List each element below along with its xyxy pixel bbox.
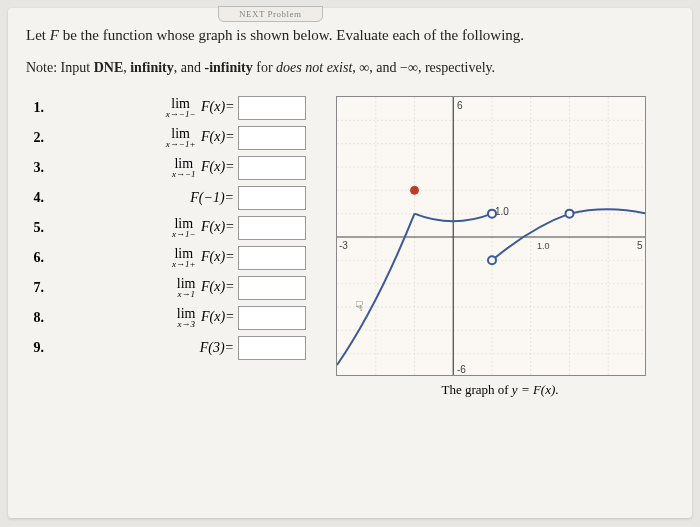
- answer-input-3[interactable]: [238, 156, 306, 180]
- problem-card: NEXT Problem Let F be the function whose…: [8, 8, 692, 518]
- intro-text: Let F be the function whose graph is sho…: [26, 24, 674, 47]
- problem-9: 9. F(3)=: [26, 336, 306, 360]
- graph-box: 6 1.0 -6 -3 1.0 5 ☟: [336, 96, 646, 376]
- problem-expression: limx→1− F(x)=: [50, 217, 238, 239]
- problem-number: 2.: [26, 130, 50, 146]
- problem-number: 4.: [26, 190, 50, 206]
- answer-input-7[interactable]: [238, 276, 306, 300]
- svg-point-21: [411, 186, 419, 194]
- svg-point-19: [488, 256, 496, 264]
- problem-expression: limx→3 F(x)=: [50, 307, 238, 329]
- problem-number: 7.: [26, 280, 50, 296]
- problem-1: 1. limx→−1− F(x)=: [26, 96, 306, 120]
- problem-expression: limx→−1 F(x)=: [50, 157, 238, 179]
- problem-expression: limx→−1− F(x)=: [50, 97, 238, 119]
- problem-expression: F(−1)=: [50, 190, 238, 206]
- answer-input-2[interactable]: [238, 126, 306, 150]
- answer-input-6[interactable]: [238, 246, 306, 270]
- answer-input-8[interactable]: [238, 306, 306, 330]
- problem-7: 7. limx→1 F(x)=: [26, 276, 306, 300]
- answer-input-5[interactable]: [238, 216, 306, 240]
- problem-2: 2. limx→−1+ F(x)=: [26, 126, 306, 150]
- problem-3: 3. limx→−1 F(x)=: [26, 156, 306, 180]
- answer-input-9[interactable]: [238, 336, 306, 360]
- cursor-icon: ☟: [355, 298, 364, 315]
- problem-number: 9.: [26, 340, 50, 356]
- problem-list: 1. limx→−1− F(x)= 2. limx→−1+ F(x)= 3. l…: [26, 96, 306, 398]
- svg-point-20: [566, 209, 574, 217]
- graph-caption: The graph of y = F(x).: [326, 382, 674, 398]
- svg-text:-6: -6: [457, 364, 466, 375]
- problem-8: 8. limx→3 F(x)=: [26, 306, 306, 330]
- problem-expression: limx→−1+ F(x)=: [50, 127, 238, 149]
- svg-text:1.0: 1.0: [537, 241, 550, 251]
- problem-number: 1.: [26, 100, 50, 116]
- problem-number: 3.: [26, 160, 50, 176]
- graph-panel: 6 1.0 -6 -3 1.0 5 ☟ The graph of y = F(x…: [326, 96, 674, 398]
- problem-expression: F(3)=: [50, 340, 238, 356]
- problem-expression: limx→1 F(x)=: [50, 277, 238, 299]
- note-text: Note: Input DNE, infinity, and -infinity…: [26, 57, 674, 78]
- answer-input-1[interactable]: [238, 96, 306, 120]
- svg-text:5: 5: [637, 240, 643, 251]
- svg-text:6: 6: [457, 100, 463, 111]
- problem-number: 6.: [26, 250, 50, 266]
- problem-expression: limx→1+ F(x)=: [50, 247, 238, 269]
- problem-5: 5. limx→1− F(x)=: [26, 216, 306, 240]
- svg-text:-3: -3: [339, 240, 348, 251]
- svg-text:1.0: 1.0: [495, 206, 509, 217]
- answer-input-4[interactable]: [238, 186, 306, 210]
- problem-number: 5.: [26, 220, 50, 236]
- next-problem-tab[interactable]: NEXT Problem: [218, 6, 323, 22]
- problem-6: 6. limx→1+ F(x)=: [26, 246, 306, 270]
- problem-number: 8.: [26, 310, 50, 326]
- function-graph: 6 1.0 -6 -3 1.0 5: [337, 97, 646, 376]
- problem-4: 4. F(−1)=: [26, 186, 306, 210]
